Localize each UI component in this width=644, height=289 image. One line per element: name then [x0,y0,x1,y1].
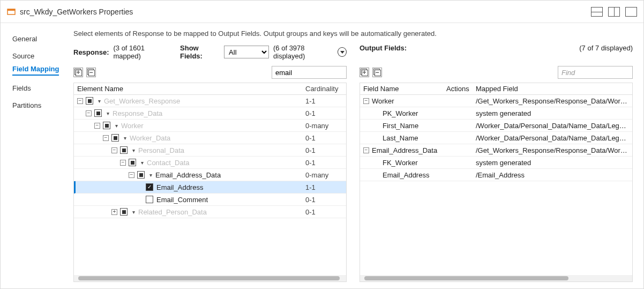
map-checkbox[interactable] [94,109,102,117]
field-name-header: Field Name [363,85,446,93]
show-fields-select[interactable]: All [224,46,269,58]
tree-toggle[interactable]: − [120,160,126,166]
response-displayed-count: (6 of 3978 displayed) [273,44,333,60]
output-field-label: Email_Address [383,171,429,179]
output-field-label: Last_Name [383,134,418,142]
chevron-down-icon: ▾ [105,110,110,116]
chevron-down-icon: ▾ [96,98,102,104]
show-fields-label: Show Fields: [180,44,220,60]
response-panel: + − Element Name Cardinality −▾Get_Worke… [73,64,347,282]
output-expand-all-button[interactable]: + [360,68,369,77]
element-label: Worker_Data [130,134,170,142]
cardinality-value: 0-1 [305,196,343,204]
output-row[interactable]: Last_Name/Worker_Data/Personal_Data/Name… [360,132,632,144]
map-checkbox[interactable] [111,134,119,142]
layout-split-icon[interactable] [608,7,620,17]
mapped-field-header: Mapped Field [476,85,629,93]
tree-toggle[interactable]: − [363,147,369,153]
mapped-field-value: /Get_Workers_Response/Response_Data/Work… [476,146,629,154]
output-collapse-all-button[interactable]: − [372,68,382,77]
element-search-input[interactable] [272,66,347,79]
mapped-field-value: /Worker_Data/Personal_Data/Name_Data/Leg… [476,134,629,142]
tree-toggle[interactable]: − [363,98,369,104]
output-h-scrollbar[interactable] [360,275,632,281]
sidebar-item-partitions[interactable]: Partitions [12,97,69,114]
response-label: Response: [73,48,109,56]
output-displayed-count: (7 of 7 displayed) [579,44,633,52]
tree-toggle[interactable]: − [86,110,92,116]
output-row[interactable]: −Email_Address_Data/Get_Workers_Response… [360,144,632,157]
layout-switcher [591,7,637,17]
response-mapped-count: (3 of 1601 mapped) [113,44,169,60]
response-h-scrollbar[interactable] [74,275,346,281]
chevron-down-icon: ▾ [148,172,153,178]
sidebar: GeneralSourceField MappingFieldsPartitio… [1,23,69,288]
output-row[interactable]: Email_Address/Email_Address [360,169,632,181]
map-checkbox[interactable] [137,171,145,179]
output-field-label: Worker [372,97,394,105]
map-checkbox[interactable] [120,208,128,216]
sidebar-item-fields[interactable]: Fields [12,80,69,97]
tree-toggle[interactable]: − [129,172,134,178]
output-row[interactable]: PK_Workersystem generated [360,107,632,120]
mapped-field-value: system generated [476,109,629,117]
tree-toggle[interactable]: + [111,209,117,215]
collapse-all-button[interactable]: − [86,68,96,77]
filter-menu-button[interactable] [338,47,347,57]
output-row[interactable]: FK_Workersystem generated [360,157,632,169]
element-row[interactable]: −▾Response_Data0-1 [74,107,346,120]
map-checkbox[interactable] [146,183,153,191]
element-row[interactable]: −▾Contact_Data0-1 [74,157,346,169]
chevron-down-icon: ▾ [131,209,136,215]
element-label: Email_Comment [156,196,208,204]
element-row[interactable]: Email_Comment0-1 [74,194,346,206]
element-row[interactable]: −▾Email_Address_Data0-many [74,169,346,181]
sidebar-item-source[interactable]: Source [12,48,69,65]
output-field-label: First_Name [383,122,418,130]
mapped-field-value: /Email_Address [476,171,629,179]
cardinality-value: 0-1 [305,109,343,117]
layout-bottom-icon[interactable] [591,7,603,17]
element-row[interactable]: Email_Address1-1 [74,181,346,194]
expand-all-button[interactable]: + [73,68,83,77]
tree-toggle[interactable]: − [103,135,109,141]
cardinality-value: 0-1 [305,146,343,154]
sidebar-item-field-mapping[interactable]: Field Mapping [12,65,59,76]
output-panel: + − Field Name Actions Mapped Field −Wor… [360,64,633,282]
output-fields-label: Output Fields: [360,44,407,52]
element-label: Response_Data [113,109,162,117]
element-row[interactable]: −▾Personal_Data0-1 [74,144,346,157]
element-label: Related_Person_Data [138,208,207,216]
layout-full-icon[interactable] [625,7,637,17]
svg-rect-1 [8,9,15,11]
output-row[interactable]: −Worker/Get_Workers_Response/Response_Da… [360,95,632,107]
map-checkbox[interactable] [120,146,128,154]
window-title: src_Wkdy_GetWorkers Properties [20,8,591,16]
tree-toggle[interactable]: − [77,98,83,104]
sidebar-item-general[interactable]: General [12,31,69,48]
cardinality-value: 1-1 [305,97,343,105]
element-row[interactable]: −▾Worker_Data0-1 [74,132,346,144]
chevron-down-icon: ▾ [139,160,145,166]
element-label: Email_Address [156,183,203,191]
element-row[interactable]: −▾Worker0-many [74,120,346,132]
output-field-label: FK_Worker [383,159,418,167]
cardinality-header: Cardinality [305,85,343,93]
output-row[interactable]: First_Name/Worker_Data/Personal_Data/Nam… [360,120,632,132]
element-row[interactable]: −▾Get_Workers_Response1-1 [74,95,346,107]
chevron-down-icon: ▾ [131,147,136,153]
tree-toggle[interactable]: − [94,123,100,129]
cardinality-value: 1-1 [305,183,343,191]
output-field-label: PK_Worker [383,109,418,117]
map-checkbox[interactable] [86,97,93,105]
tree-toggle[interactable]: − [111,147,117,153]
source-icon [7,8,16,16]
output-search-input[interactable] [558,66,633,79]
map-checkbox[interactable] [146,196,153,203]
map-checkbox[interactable] [129,159,136,166]
element-label: Get_Workers_Response [104,97,180,105]
map-checkbox[interactable] [103,122,110,129]
cardinality-value: 0-1 [305,134,343,142]
cardinality-value: 0-1 [305,208,343,216]
element-row[interactable]: +▾Related_Person_Data0-1 [74,206,346,218]
